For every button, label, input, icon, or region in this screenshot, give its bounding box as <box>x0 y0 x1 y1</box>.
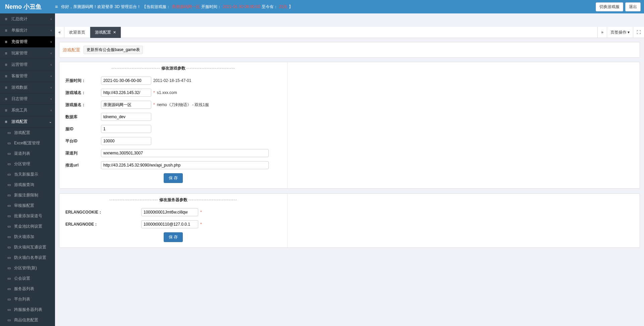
tabs-scroll-right[interactable]: » <box>597 27 607 38</box>
server-params-spare <box>287 194 640 247</box>
update-guild-basegame-button[interactable]: 更新所有公会服base_game表 <box>84 46 143 54</box>
close-icon[interactable]: ✕ <box>113 30 116 35</box>
sidebar-sub-fwwhitelist[interactable]: ▭防火墙白名单设置 <box>0 252 55 257</box>
file-icon: ▭ <box>7 172 12 177</box>
bracket-open: 【当前游戏服： <box>142 4 170 10</box>
bracket-close: 】 <box>289 4 293 10</box>
sidebar-item-label: 充值管理 <box>11 39 51 45</box>
sidebar-item-cs[interactable]: ≡客服管理‹ <box>0 71 55 82</box>
save-game-button[interactable]: 保 存 <box>164 173 183 183</box>
label-domain: 游戏域名： <box>64 90 101 96</box>
app-logo: Nemo 小丑鱼 <box>3 3 55 11</box>
open-time-value: 2021-01-30 08:00:00 <box>223 4 260 9</box>
server-params-form: ----------------------------- 修改服务器参数 --… <box>59 194 287 247</box>
bars-icon: ≡ <box>3 97 9 101</box>
sidebar-sub-audit[interactable]: ▭审核服配置 <box>0 200 55 211</box>
servername-input[interactable] <box>101 101 151 109</box>
fullscreen-button[interactable]: ⛶ <box>633 27 644 38</box>
label-db: 数据库 <box>64 114 101 120</box>
sidebar-sub-fwadd[interactable]: ▭防火墙添加 <box>0 232 55 242</box>
sidebar-sub-label: 新服注册限制 <box>14 192 38 198</box>
sidebar-item-label: 系统工具 <box>11 107 51 113</box>
sidebar-sub-fwinterop[interactable]: ▭防火墙间互通设置 <box>0 242 55 252</box>
erlnode-input[interactable] <box>141 220 198 228</box>
opentime-input[interactable] <box>101 77 151 85</box>
pushurl-input[interactable] <box>101 161 269 169</box>
bars-icon: ≡ <box>3 85 9 90</box>
sidebar-sub-bonus[interactable]: ▭奖金池比例设置 <box>0 221 55 232</box>
tab-label: 欢迎首页 <box>69 30 85 35</box>
sidebar-sub-batchchannel[interactable]: ▭批量添加渠道号 <box>0 211 55 221</box>
sidebar-sub-reglimit[interactable]: ▭新服注册限制 <box>0 190 55 200</box>
channels-input[interactable] <box>101 149 269 157</box>
servername-hint: nemo《刀剑物语》 - 双线1服 <box>157 102 209 108</box>
sidebar-item-player[interactable]: ≡玩家管理‹ <box>0 48 55 59</box>
file-icon: ▭ <box>7 141 12 145</box>
sidebar-sub-label: 渠道列表 <box>14 151 30 156</box>
erlcookie-input[interactable] <box>141 208 198 216</box>
until-label: 至今有： <box>262 4 278 10</box>
serverid-input[interactable] <box>101 125 151 133</box>
sidebar-sub-excel[interactable]: ▭Excel配置管理 <box>0 138 55 148</box>
bars-icon: ≡ <box>3 17 9 21</box>
page-title: 游戏配置 <box>63 47 80 53</box>
file-icon: ▭ <box>7 151 12 156</box>
sidebar-item-single[interactable]: ≡单服统计‹ <box>0 25 55 36</box>
label-pushurl: 推送url <box>64 162 101 168</box>
required-star: * <box>153 90 155 95</box>
sidebar-sub-label: 审核服配置 <box>14 203 34 208</box>
sidebar-item-log[interactable]: ≡日志管理‹ <box>0 93 55 105</box>
current-server-name: 亲测源码网一区 <box>172 4 200 10</box>
content: 游戏配置 更新所有公会服base_game表 -----------------… <box>55 38 644 257</box>
db-input[interactable] <box>101 113 151 121</box>
tabs-operations[interactable]: 页签操作▾ <box>607 27 633 38</box>
chevron-left-icon: ‹ <box>51 97 52 101</box>
sidebar-sub-todaynew[interactable]: ▭当天新服显示 <box>0 169 55 180</box>
file-icon: ▭ <box>7 131 12 135</box>
header: Nemo 小丑鱼 ≡ 你好，亲测源码网！欢迎登录 3D 管理后台！ 【当前游戏服… <box>0 0 644 13</box>
sidebar-item-label: 玩家管理 <box>11 50 51 56</box>
bars-icon: ≡ <box>3 51 9 56</box>
tabs-scroll-left[interactable]: « <box>55 27 64 38</box>
bars-icon[interactable]: ≡ <box>55 4 58 9</box>
sidebar-item-operate[interactable]: ≡运营管理‹ <box>0 59 55 71</box>
label-serverid: 服ID <box>64 126 101 132</box>
game-params-form: ----------------------------- 修改游戏参数 ---… <box>59 62 287 188</box>
chevron-left-icon: ‹ <box>51 86 52 89</box>
game-params-spare <box>287 62 640 188</box>
switch-server-button[interactable]: 切换游戏服 <box>596 2 623 11</box>
sidebar-item-label: 客服管理 <box>11 73 51 79</box>
file-icon: ▭ <box>7 235 12 239</box>
sidebar-sub-gameconfig[interactable]: ▭游戏配置 <box>0 128 55 138</box>
sidebar-sub-partition[interactable]: ▭分区管理 <box>0 159 55 169</box>
greeting-text: 你好，亲测源码网！欢迎登录 3D 管理后台！ <box>61 4 141 10</box>
sidebar-item-summary[interactable]: ≡汇总统计‹ <box>0 13 55 25</box>
domain-input[interactable] <box>101 89 151 97</box>
sidebar-item-recharge[interactable]: ≡充值管理‹ <box>0 36 55 48</box>
open-time-label: 开服时间： <box>201 4 221 10</box>
sidebar-sub-gamequery[interactable]: ▭游戏服查询 <box>0 180 55 190</box>
game-params-section: ----------------------------- 修改游戏参数 ---… <box>59 62 640 189</box>
required-star: * <box>200 210 202 215</box>
label-opentime: 开服时间： <box>64 78 101 84</box>
sidebar-item-gamedata[interactable]: ≡游戏数据‹ <box>0 82 55 93</box>
file-icon: ▭ <box>7 214 12 218</box>
sidebar-sub-channel[interactable]: ▭渠道列表 <box>0 148 55 159</box>
save-server-button[interactable]: 保 存 <box>164 232 183 242</box>
file-icon: ▭ <box>7 224 12 229</box>
chevron-left-icon: ‹ <box>51 17 52 21</box>
file-icon: ▭ <box>7 255 12 257</box>
logout-button[interactable]: 退出 <box>625 2 641 11</box>
breadcrumb-panel: 游戏配置 更新所有公会服base_game表 <box>59 42 640 58</box>
days-value: 23天 <box>279 4 287 10</box>
sidebar-item-tools[interactable]: ≡系统工具‹ <box>0 105 55 116</box>
opentime-hint: 2011-02-18-15-47-01 <box>153 78 191 83</box>
sidebar-item-gameconfig[interactable]: ≡游戏配置⌄ <box>0 116 55 128</box>
tab-home[interactable]: 欢迎首页 <box>64 27 90 38</box>
sidebar-sub-label: 当天新服显示 <box>14 172 38 177</box>
sidebar-item-label: 游戏数据 <box>11 85 51 90</box>
section-title: ----------------------------- 修改游戏参数 ---… <box>64 65 282 71</box>
tab-gameconfig[interactable]: 游戏配置✕ <box>90 27 121 38</box>
file-icon: ▭ <box>7 162 12 166</box>
platid-input[interactable] <box>101 137 151 145</box>
